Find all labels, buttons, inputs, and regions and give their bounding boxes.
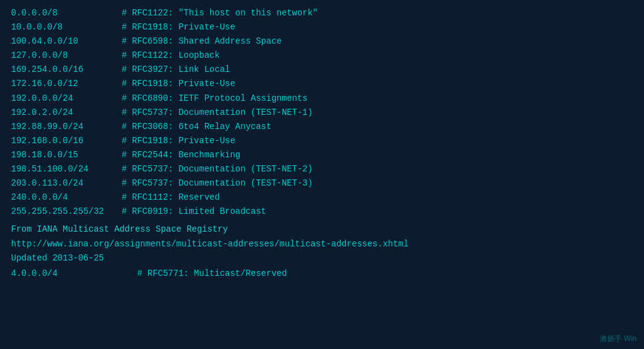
table-row: 169.254.0.0/16# RFC3927: Link Local bbox=[11, 63, 633, 77]
table-row: 192.0.0.0/24# RFC6890: IETF Protocol Ass… bbox=[11, 92, 633, 106]
ip-address: 192.0.2.0/24 bbox=[11, 106, 122, 120]
rfc-comment: # RFC1918: Private-Use bbox=[122, 77, 235, 91]
rfc-comment: # RFC5737: Documentation (TEST-NET-2) bbox=[122, 162, 313, 176]
table-row: 172.16.0.0/12# RFC1918: Private-Use bbox=[11, 77, 633, 91]
ip-address: 100.64.0.0/10 bbox=[11, 34, 122, 49]
ip-address: 192.168.0.0/16 bbox=[11, 134, 122, 148]
ip-address: 203.0.113.0/24 bbox=[11, 176, 122, 190]
rfc-comment: # RFC5737: Documentation (TEST-NET-1) bbox=[122, 106, 313, 120]
rfc-comment: # RFC3927: Link Local bbox=[122, 63, 230, 77]
ip-address: 240.0.0.0/4 bbox=[11, 190, 122, 205]
ip-address: 198.51.100.0/24 bbox=[11, 162, 122, 176]
rfc-comment: # RFC1918: Private-Use bbox=[122, 20, 235, 34]
table-row: 198.51.100.0/24# RFC5737: Documentation … bbox=[11, 162, 633, 176]
rfc-comment: # RFC1112: Reserved bbox=[122, 190, 220, 205]
ip-address: 0.0.0.0/8 bbox=[11, 6, 122, 20]
table-row: 192.168.0.0/16# RFC1918: Private-Use bbox=[11, 134, 633, 148]
table-row: 127.0.0.0/8# RFC1122: Loopback bbox=[11, 49, 633, 63]
table-row: 192.0.2.0/24# RFC5737: Documentation (TE… bbox=[11, 106, 633, 120]
rfc-comment: # RFC5737: Documentation (TEST-NET-3) bbox=[122, 176, 313, 190]
section-updated: Updated 2013-06-25 bbox=[11, 251, 633, 265]
ip-address: 127.0.0.0/8 bbox=[11, 49, 122, 63]
section-header-label: From IANA Multicast Address Space Regist… bbox=[11, 222, 633, 237]
table-row: 240.0.0.0/4# RFC1112: Reserved bbox=[11, 190, 633, 205]
bottom-partial-line: 4.0.0.0/4 # RFC5771: Multicast/Reserved bbox=[11, 267, 633, 281]
table-row: 198.18.0.0/15# RFC2544: Benchmarking bbox=[11, 148, 633, 162]
table-row: 100.64.0.0/10# RFC6598: Shared Address S… bbox=[11, 34, 633, 49]
ip-address: 255.255.255.255/32 bbox=[11, 205, 122, 219]
watermark-text: 激扬手 Win bbox=[600, 334, 637, 344]
ip-address: 10.0.0.0/8 bbox=[11, 20, 122, 34]
rfc-comment: # RFC1122: Loopback bbox=[122, 49, 220, 63]
table-row: 255.255.255.255/32# RFC0919: Limited Bro… bbox=[11, 205, 633, 219]
rfc-comment: # RFC6890: IETF Protocol Assignments bbox=[122, 92, 307, 106]
ip-address: 198.18.0.0/15 bbox=[11, 148, 122, 162]
section-url: http://www.iana.org/assignments/multicas… bbox=[11, 237, 633, 251]
table-row: 203.0.113.0/24# RFC5737: Documentation (… bbox=[11, 176, 633, 190]
rfc-comment: # RFC1918: Private-Use bbox=[122, 134, 235, 148]
rfc-comment: # RFC2544: Benchmarking bbox=[122, 148, 240, 162]
multicast-section: From IANA Multicast Address Space Regist… bbox=[11, 222, 633, 265]
rfc-comment: # RFC3068: 6to4 Relay Anycast bbox=[122, 120, 272, 134]
rfc-comment: # RFC0919: Limited Broadcast bbox=[122, 205, 266, 219]
table-row: 0.0.0.0/8# RFC1122: "This host on this n… bbox=[11, 6, 633, 20]
rfc-comment: # RFC6598: Shared Address Space bbox=[122, 34, 281, 49]
terminal-window: 0.0.0.0/8# RFC1122: "This host on this n… bbox=[0, 0, 644, 349]
rfc-comment: # RFC1122: "This host on this network" bbox=[122, 6, 318, 20]
bottom-comment: # RFC5771: Multicast/Reserved bbox=[122, 267, 287, 281]
ip-address: 192.88.99.0/24 bbox=[11, 120, 122, 134]
ip-address: 192.0.0.0/24 bbox=[11, 92, 122, 106]
bottom-ip: 4.0.0.0/4 bbox=[11, 267, 122, 281]
table-row: 192.88.99.0/24# RFC3068: 6to4 Relay Anyc… bbox=[11, 120, 633, 134]
ip-address: 172.16.0.0/12 bbox=[11, 77, 122, 91]
table-row: 10.0.0.0/8# RFC1918: Private-Use bbox=[11, 20, 633, 34]
ip-address: 169.254.0.0/16 bbox=[11, 63, 122, 77]
